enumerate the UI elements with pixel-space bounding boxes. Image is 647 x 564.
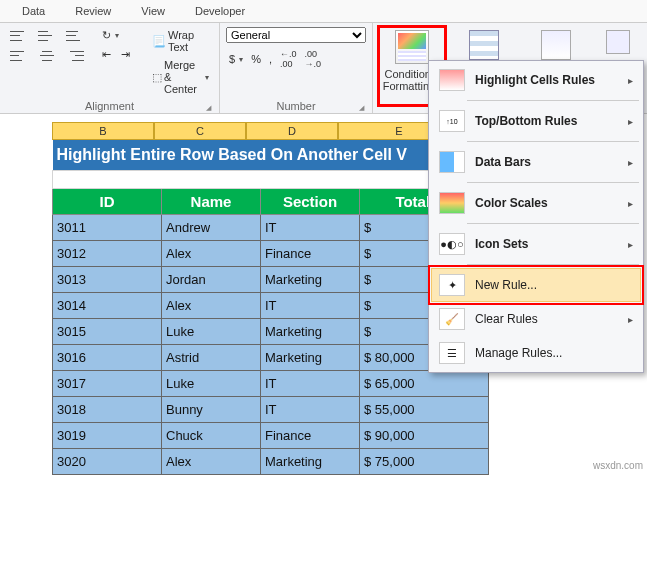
- cell-total[interactable]: $ 65,000: [360, 371, 489, 397]
- comma-button[interactable]: ,: [266, 51, 275, 67]
- menu-clear-label: Clear Rules: [475, 312, 538, 326]
- cell-name[interactable]: Alex: [162, 293, 261, 319]
- increase-decimal-button[interactable]: ←.0.00: [277, 47, 300, 71]
- align-middle-button[interactable]: [34, 27, 60, 45]
- menu-data-bars[interactable]: Data Bars: [431, 145, 641, 179]
- menu-manage-rules[interactable]: ☰ Manage Rules...: [431, 336, 641, 370]
- percent-button[interactable]: %: [248, 51, 264, 67]
- clear-rules-icon: 🧹: [439, 308, 465, 330]
- group-number: General $ % , ←.0.00 .00→.0 Number: [220, 23, 373, 113]
- wrap-text-button[interactable]: 📃 Wrap Text: [148, 27, 213, 55]
- cell-id[interactable]: 3011: [53, 215, 162, 241]
- tab-review[interactable]: Review: [61, 2, 125, 20]
- increase-indent-button[interactable]: ⇥: [117, 46, 134, 63]
- header-name: Name: [162, 189, 261, 215]
- cell-id[interactable]: 3014: [53, 293, 162, 319]
- watermark: wsxdn.com: [593, 460, 643, 471]
- align-left-button[interactable]: [6, 47, 32, 65]
- cell-name[interactable]: Andrew: [162, 215, 261, 241]
- cell-name[interactable]: Luke: [162, 371, 261, 397]
- cell-name[interactable]: Alex: [162, 449, 261, 475]
- number-format-select[interactable]: General: [226, 27, 366, 43]
- cell-id[interactable]: 3012: [53, 241, 162, 267]
- menu-iconsets-label: Icon Sets: [475, 237, 528, 251]
- menu-separator: [467, 264, 639, 265]
- tab-data[interactable]: Data: [8, 2, 59, 20]
- tab-view[interactable]: View: [127, 2, 179, 20]
- cell-id[interactable]: 3017: [53, 371, 162, 397]
- cell-section[interactable]: Marketing: [261, 267, 360, 293]
- manage-rules-icon: ☰: [439, 342, 465, 364]
- cell-section[interactable]: IT: [261, 397, 360, 423]
- data-table: Highlight Entire Row Based On Another Ce…: [52, 140, 489, 475]
- menu-separator: [467, 182, 639, 183]
- cell-total[interactable]: $ 75,000: [360, 449, 489, 475]
- menu-separator: [467, 223, 639, 224]
- menu-top-bottom-rules[interactable]: ↑10 Top/Bottom Rules: [431, 104, 641, 138]
- cell-total[interactable]: $ 55,000: [360, 397, 489, 423]
- cell-name[interactable]: Chuck: [162, 423, 261, 449]
- decrease-indent-button[interactable]: ⇤: [98, 46, 115, 63]
- menu-new-rule[interactable]: ✦ New Rule...: [431, 268, 641, 302]
- cell-id[interactable]: 3018: [53, 397, 162, 423]
- cell-name[interactable]: Jordan: [162, 267, 261, 293]
- menu-manage-label: Manage Rules...: [475, 346, 562, 360]
- banner-title: Highlight Entire Row Based On Another Ce…: [53, 140, 489, 171]
- cell-name[interactable]: Alex: [162, 241, 261, 267]
- cell-name[interactable]: Astrid: [162, 345, 261, 371]
- menu-icon-sets[interactable]: ●◐○ Icon Sets: [431, 227, 641, 261]
- cell-name[interactable]: Bunny: [162, 397, 261, 423]
- decrease-decimal-button[interactable]: .00→.0: [301, 47, 324, 71]
- menu-highlight-cells-rules[interactable]: Highlight Cells Rules: [431, 63, 641, 97]
- cell-total[interactable]: $ 90,000: [360, 423, 489, 449]
- cell-section[interactable]: Finance: [261, 423, 360, 449]
- col-header-c[interactable]: C: [154, 122, 246, 140]
- align-right-button[interactable]: [62, 47, 88, 65]
- tab-developer[interactable]: Developer: [181, 2, 259, 20]
- group-alignment: ↻ ⇤ ⇥ 📃 Wrap Text ⬚ Merge & Center Align…: [0, 23, 220, 113]
- cell-id[interactable]: 3019: [53, 423, 162, 449]
- conditional-formatting-menu: Highlight Cells Rules ↑10 Top/Bottom Rul…: [428, 60, 644, 373]
- color-scales-icon: [439, 192, 465, 214]
- col-header-d[interactable]: D: [246, 122, 338, 140]
- menu-newrule-label: New Rule...: [475, 278, 537, 292]
- menu-clear-rules[interactable]: 🧹 Clear Rules: [431, 302, 641, 336]
- cell-name[interactable]: Luke: [162, 319, 261, 345]
- cell-section[interactable]: Marketing: [261, 319, 360, 345]
- group-number-label: Number: [226, 98, 366, 113]
- align-bottom-button[interactable]: [62, 27, 88, 45]
- cell-section[interactable]: Finance: [261, 241, 360, 267]
- cell-section[interactable]: Marketing: [261, 345, 360, 371]
- top-bottom-icon: ↑10: [439, 110, 465, 132]
- cell-section[interactable]: IT: [261, 371, 360, 397]
- cell-section[interactable]: Marketing: [261, 449, 360, 475]
- menu-databars-label: Data Bars: [475, 155, 531, 169]
- new-rule-icon: ✦: [439, 274, 465, 296]
- align-center-button[interactable]: [34, 47, 60, 65]
- orientation-button[interactable]: ↻: [98, 27, 123, 44]
- data-bars-icon: [439, 151, 465, 173]
- cell-id[interactable]: 3013: [53, 267, 162, 293]
- highlight-cells-icon: [439, 69, 465, 91]
- cell-styles-icon: [541, 30, 571, 60]
- format-as-table-icon: [469, 30, 499, 60]
- cell-id[interactable]: 3020: [53, 449, 162, 475]
- cell-id[interactable]: 3015: [53, 319, 162, 345]
- merge-center-button[interactable]: ⬚ Merge & Center: [148, 57, 213, 97]
- group-alignment-label: Alignment: [6, 98, 213, 113]
- header-id: ID: [53, 189, 162, 215]
- icon-sets-icon: ●◐○: [439, 233, 465, 255]
- cell-section[interactable]: IT: [261, 293, 360, 319]
- insert-icon: [606, 30, 630, 54]
- header-section: Section: [261, 189, 360, 215]
- merge-center-label: Merge & Center: [164, 59, 201, 95]
- ribbon: ↻ ⇤ ⇥ 📃 Wrap Text ⬚ Merge & Center Align…: [0, 23, 647, 114]
- cell-section[interactable]: IT: [261, 215, 360, 241]
- align-top-button[interactable]: [6, 27, 32, 45]
- currency-button[interactable]: $: [226, 51, 246, 67]
- col-header-b[interactable]: B: [52, 122, 154, 140]
- cell-id[interactable]: 3016: [53, 345, 162, 371]
- ribbon-tabs: Data Review View Developer: [0, 0, 647, 23]
- wrap-text-label: Wrap Text: [168, 29, 209, 53]
- menu-color-scales[interactable]: Color Scales: [431, 186, 641, 220]
